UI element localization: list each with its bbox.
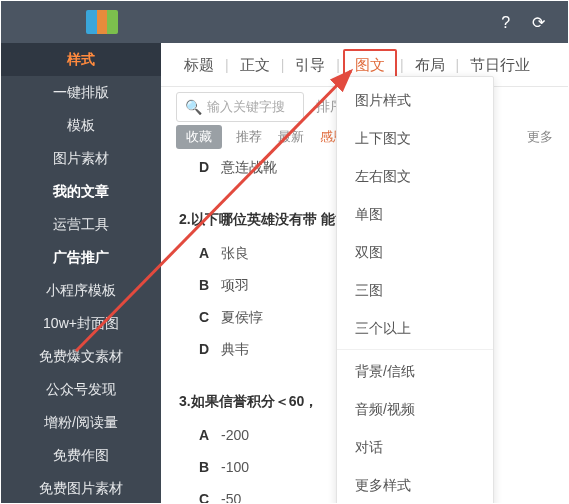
sidebar-item-10[interactable]: 公众号发现 [1, 373, 161, 406]
option-label: D [199, 333, 221, 365]
refresh-icon[interactable]: ⟳ [532, 2, 545, 44]
app-logo [86, 10, 118, 34]
dropdown-item-1[interactable]: 上下图文 [337, 119, 493, 157]
tag-link-0[interactable]: 推荐 [236, 129, 262, 144]
option-label: A [199, 237, 221, 269]
dropdown-item-8[interactable]: 音频/视频 [337, 390, 493, 428]
dropdown-item-7[interactable]: 背景/信纸 [337, 352, 493, 390]
tab-sep: | [222, 57, 232, 73]
dropdown-item-0[interactable]: 图片样式 [337, 81, 493, 119]
option-text: -50 [221, 491, 241, 503]
sidebar-item-13[interactable]: 免费图片素材 [1, 472, 161, 504]
sidebar-item-4[interactable]: 我的文章 [1, 175, 161, 208]
dropdown-item-9[interactable]: 对话 [337, 428, 493, 466]
tag-link-1[interactable]: 最新 [278, 129, 304, 144]
tag-chip-fav[interactable]: 收藏 [176, 125, 222, 149]
sidebar-item-5[interactable]: 运营工具 [1, 208, 161, 241]
sidebar: 样式一键排版模板图片素材我的文章运营工具广告推广小程序模板10w+封面图免费爆文… [1, 43, 161, 504]
dropdown-item-2[interactable]: 左右图文 [337, 157, 493, 195]
search-icon: 🔍 [185, 99, 202, 115]
sidebar-item-9[interactable]: 免费爆文素材 [1, 340, 161, 373]
sidebar-item-1[interactable]: 一键排版 [1, 76, 161, 109]
sidebar-item-8[interactable]: 10w+封面图 [1, 307, 161, 340]
option-text: 夏侯惇 [221, 309, 263, 325]
option-label: C [199, 301, 221, 333]
sidebar-item-7[interactable]: 小程序模板 [1, 274, 161, 307]
question-2: 2.以下哪位英雄没有带 能? [179, 207, 359, 231]
option-label: C [199, 483, 221, 503]
sidebar-item-2[interactable]: 模板 [1, 109, 161, 142]
tag-more[interactable]: 更多 [527, 128, 553, 146]
option-text: 项羽 [221, 277, 249, 293]
option-label: D [199, 151, 221, 183]
dropdown-item-10[interactable]: 更多样式 [337, 466, 493, 504]
sidebar-item-0[interactable]: 样式 [1, 43, 161, 76]
tab-sep: | [333, 57, 343, 73]
style-dropdown: 图片样式上下图文左右图文单图双图三图三个以上背景/信纸音频/视频对话更多样式 [336, 76, 494, 504]
dropdown-item-4[interactable]: 双图 [337, 233, 493, 271]
tab-1[interactable]: 正文 [232, 43, 278, 87]
option-text: 意连战靴 [221, 159, 277, 175]
sidebar-item-6[interactable]: 广告推广 [1, 241, 161, 274]
top-header: ? ⟳ [1, 1, 569, 43]
option-label: B [199, 269, 221, 301]
question-3: 3.如果信誉积分＜60， [179, 389, 359, 413]
tab-sep: | [278, 57, 288, 73]
option-text: -100 [221, 459, 249, 475]
dropdown-divider [337, 349, 493, 350]
tab-sep: | [397, 57, 407, 73]
option-text: 张良 [221, 245, 249, 261]
option-text: 典韦 [221, 341, 249, 357]
sidebar-item-11[interactable]: 增粉/阅读量 [1, 406, 161, 439]
search-placeholder: 输入关键字搜 [207, 98, 285, 116]
dropdown-item-6[interactable]: 三个以上 [337, 309, 493, 347]
help-icon[interactable]: ? [501, 2, 510, 44]
option-label: B [199, 451, 221, 483]
dropdown-item-5[interactable]: 三图 [337, 271, 493, 309]
sidebar-item-12[interactable]: 免费作图 [1, 439, 161, 472]
tab-2[interactable]: 引导 [287, 43, 333, 87]
option-label: A [199, 419, 221, 451]
tab-sep: | [453, 57, 463, 73]
tab-0[interactable]: 标题 [176, 43, 222, 87]
sidebar-item-3[interactable]: 图片素材 [1, 142, 161, 175]
dropdown-item-3[interactable]: 单图 [337, 195, 493, 233]
option-text: -200 [221, 427, 249, 443]
search-input[interactable]: 🔍 输入关键字搜 [176, 92, 304, 122]
